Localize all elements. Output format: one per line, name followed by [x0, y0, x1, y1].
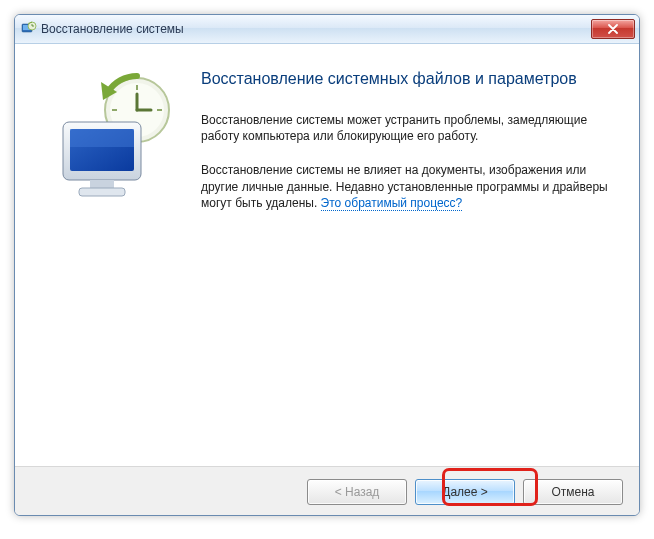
reversible-process-link[interactable]: Это обратимый процесс?	[321, 196, 463, 211]
intro-paragraph-1: Восстановление системы может устранить п…	[201, 112, 609, 144]
svg-rect-17	[79, 188, 125, 196]
dialog-window: Восстановление системы	[14, 14, 640, 516]
svg-rect-16	[90, 180, 114, 188]
intro-paragraph-2: Восстановление системы не влияет на доку…	[201, 162, 609, 211]
back-button: < Назад	[307, 479, 407, 505]
window-title: Восстановление системы	[41, 22, 591, 36]
page-heading: Восстановление системных файлов и параме…	[201, 70, 609, 88]
svg-rect-15	[70, 129, 134, 147]
close-button[interactable]	[591, 19, 635, 39]
text-pane: Восстановление системных файлов и параме…	[201, 44, 639, 466]
titlebar[interactable]: Восстановление системы	[15, 15, 639, 44]
graphic-pane	[15, 44, 201, 466]
restore-monitor-clock-icon	[45, 72, 185, 212]
next-button[interactable]: Далее >	[415, 479, 515, 505]
system-restore-icon	[21, 21, 37, 37]
content-area: Восстановление системных файлов и параме…	[15, 44, 639, 466]
cancel-button[interactable]: Отмена	[523, 479, 623, 505]
footer-button-row: < Назад Далее > Отмена	[15, 466, 639, 516]
close-icon	[608, 24, 618, 34]
